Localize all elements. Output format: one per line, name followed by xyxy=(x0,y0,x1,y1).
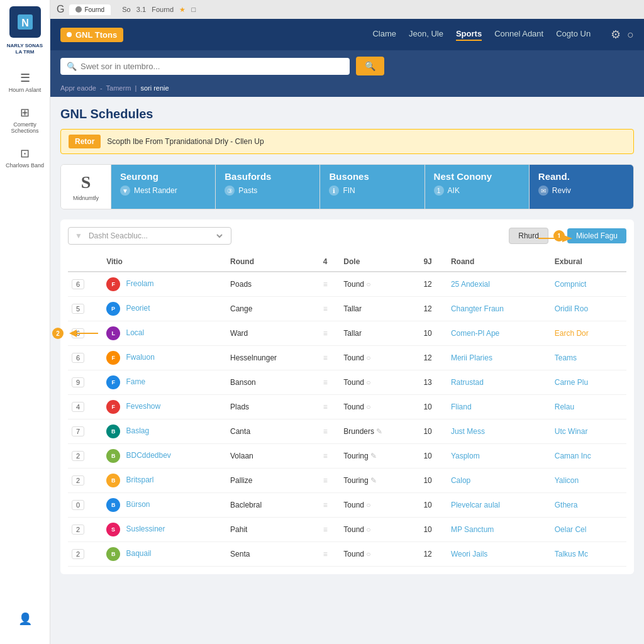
num-badge: 6 xyxy=(72,279,84,289)
filter-card-1[interactable]: Basufords ③ Pasts xyxy=(216,165,320,209)
exbural-link[interactable]: Caman Inc xyxy=(555,452,591,460)
filter-card-2[interactable]: Busones ℹ FIN xyxy=(320,165,425,209)
roand-link[interactable]: Weori Jails xyxy=(451,550,487,558)
roand-link[interactable]: Ratrustad xyxy=(451,378,484,387)
cell-round: Ward xyxy=(226,321,319,346)
table-row: 2 B Baquail Senta ≡ Tound ○ 12 Weori Jai… xyxy=(68,542,626,567)
cell-exbural[interactable]: Caman Inc xyxy=(551,444,626,469)
cell-roand[interactable]: MP Sanctum xyxy=(447,518,551,542)
cell-dole: Tound ○ xyxy=(340,346,419,370)
breadcrumb-part1[interactable]: Appr eaode xyxy=(60,84,96,92)
table-search-select[interactable]: Dasht Seacbluc... xyxy=(86,231,225,241)
filter-card-3[interactable]: Nest Conony 1 AIK xyxy=(425,165,530,209)
team-name[interactable]: BDCddedbev xyxy=(126,451,170,460)
exbural-link[interactable]: Carne Plu xyxy=(555,378,588,387)
team-name[interactable]: Freolam xyxy=(126,279,153,288)
nav-jeon[interactable]: Jeon, Ule xyxy=(409,29,443,41)
exbural-link[interactable]: Utc Winar xyxy=(555,427,588,436)
roand-link[interactable]: MP Sanctum xyxy=(451,525,494,534)
cell-exbural[interactable]: Compnict xyxy=(551,272,626,297)
cell-roand[interactable]: 25 Andexial xyxy=(447,272,551,297)
cell-exbural[interactable]: Carne Plu xyxy=(551,370,626,395)
nav-cogto[interactable]: Cogto Un xyxy=(556,29,591,41)
cell-col4: ≡ xyxy=(319,444,340,469)
team-name[interactable]: Fwaluon xyxy=(126,353,154,362)
cell-exbural[interactable]: Yalicon xyxy=(551,469,626,493)
app-logo[interactable]: GNL Ttons xyxy=(60,28,123,42)
data-table: Vitio Round 4 Dole 9J Roand Exbural 6 F … xyxy=(68,252,626,567)
exbural-link[interactable]: Yalicon xyxy=(555,476,579,485)
table-search-wrap[interactable]: ▼ Dasht Seacbluc... xyxy=(68,227,231,245)
team-name[interactable]: Baquail xyxy=(126,549,151,558)
roand-link[interactable]: Yasplom xyxy=(451,452,480,460)
cell-exbural[interactable]: Gthera xyxy=(551,493,626,518)
cell-exbural[interactable]: Oelar Cel xyxy=(551,518,626,542)
table-section: ▼ Dasht Seacbluc... Rhurd 1 Mioled xyxy=(60,219,634,574)
sidebar-item-charlows[interactable]: ⊡ Charlows Band xyxy=(0,140,50,175)
alert-button[interactable]: Retor xyxy=(69,135,101,148)
team-logo: L xyxy=(106,326,120,340)
nav-clame[interactable]: Clame xyxy=(372,29,396,41)
team-name[interactable]: Peoriet xyxy=(126,304,150,313)
filter-card-4[interactable]: Reand. ✉ Reviv xyxy=(530,165,633,209)
team-name[interactable]: Feveshow xyxy=(126,402,160,411)
nav-sports[interactable]: Sports xyxy=(456,29,482,41)
roand-link[interactable]: Merii Plaries xyxy=(451,353,492,362)
roand-link[interactable]: Just Mess xyxy=(451,427,485,436)
cell-roand[interactable]: Changter Fraun xyxy=(447,297,551,321)
exbural-link[interactable]: Talkus Mc xyxy=(555,550,588,558)
search-input[interactable] xyxy=(80,62,343,71)
sidebar-item-user[interactable]: 👤 xyxy=(18,606,32,634)
roand-link[interactable]: Calop xyxy=(451,476,470,485)
hamburger-icon: ☰ xyxy=(20,71,30,85)
cell-exbural[interactable]: Talkus Mc xyxy=(551,542,626,567)
cell-roand[interactable]: Calop xyxy=(447,469,551,493)
roand-link[interactable]: Fliand xyxy=(451,402,472,411)
team-name[interactable]: Local xyxy=(126,328,144,337)
nav-connel[interactable]: Connel Adant xyxy=(494,29,543,41)
exbural-link[interactable]: Relau xyxy=(555,402,574,411)
team-name[interactable]: Britsparl xyxy=(126,475,153,484)
sidebar-item-comertty[interactable]: ⊞ Comertty Schections xyxy=(0,99,50,140)
cell-exbural[interactable]: Utc Winar xyxy=(551,419,626,444)
roand-link[interactable]: 25 Andexial xyxy=(451,280,490,289)
search-button[interactable]: 🔍 xyxy=(356,57,384,75)
cell-9j: 10 xyxy=(419,493,447,518)
sidebar-item-hourn[interactable]: ☰ Hourn Aslant xyxy=(0,65,50,99)
cell-exbural[interactable]: Earch Dor xyxy=(551,321,626,346)
cell-roand[interactable]: Comen-Pl Ape xyxy=(447,321,551,346)
cell-exbural[interactable]: Teams xyxy=(551,346,626,370)
browser-tab[interactable]: Fournd xyxy=(69,4,111,15)
profile-circle-icon[interactable]: ○ xyxy=(627,28,634,42)
cell-roand[interactable]: Merii Plaries xyxy=(447,346,551,370)
toolbar-primary-button[interactable]: Mioled Fagu xyxy=(567,228,626,243)
team-name[interactable]: Suslessiner xyxy=(126,525,165,533)
cell-exbural[interactable]: Oridil Roo xyxy=(551,297,626,321)
filter-card-0[interactable]: Seurong ▼ Mest Rander xyxy=(111,165,216,209)
cell-roand[interactable]: Plevelcar aulal xyxy=(447,493,551,518)
cell-roand[interactable]: Fliand xyxy=(447,395,551,419)
cell-roand[interactable]: Yasplom xyxy=(447,444,551,469)
cell-roand[interactable]: Ratrustad xyxy=(447,370,551,395)
cell-roand[interactable]: Weori Jails xyxy=(447,542,551,567)
breadcrumb-part2[interactable]: Tamerm xyxy=(106,84,131,92)
exbural-link[interactable]: Compnict xyxy=(555,280,587,289)
cell-exbural[interactable]: Relau xyxy=(551,395,626,419)
exbural-link[interactable]: Earch Dor xyxy=(555,329,589,338)
filter-card-3-sub-text: AIK xyxy=(448,186,460,195)
cell-roand[interactable]: Just Mess xyxy=(447,419,551,444)
roand-link[interactable]: Comen-Pl Ape xyxy=(451,329,499,338)
settings-icon[interactable]: ⚙ xyxy=(611,28,621,42)
cell-col4: ≡ xyxy=(319,272,340,297)
exbural-link[interactable]: Oridil Roo xyxy=(555,304,588,313)
exbural-link[interactable]: Gthera xyxy=(555,501,578,509)
team-name[interactable]: Fame xyxy=(126,377,145,386)
team-name[interactable]: Baslag xyxy=(126,426,149,435)
exbural-link[interactable]: Oelar Cel xyxy=(555,525,587,534)
team-name[interactable]: Bürson xyxy=(126,500,150,509)
cell-col4: ≡ xyxy=(319,542,340,567)
roand-link[interactable]: Changter Fraun xyxy=(451,304,504,313)
roand-link[interactable]: Plevelcar aulal xyxy=(451,501,500,509)
exbural-link[interactable]: Teams xyxy=(555,353,577,362)
cell-dole: Tound ○ xyxy=(340,370,419,395)
